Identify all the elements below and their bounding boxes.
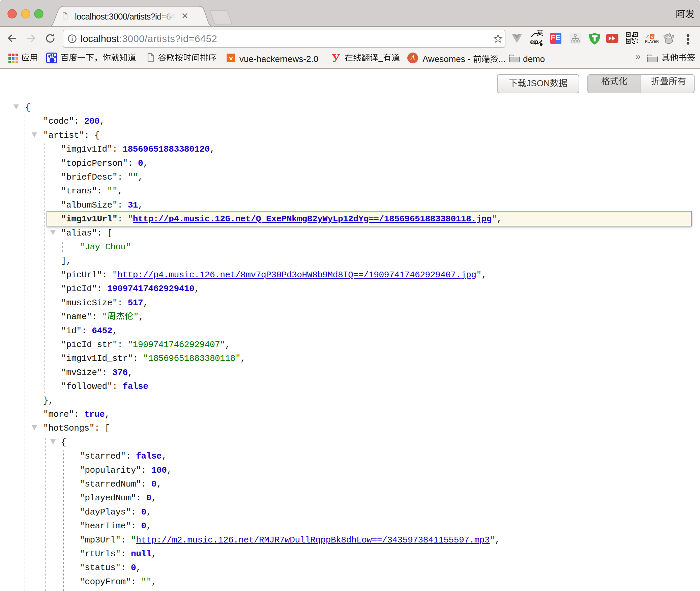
svg-text:5: 5 bbox=[651, 35, 653, 39]
